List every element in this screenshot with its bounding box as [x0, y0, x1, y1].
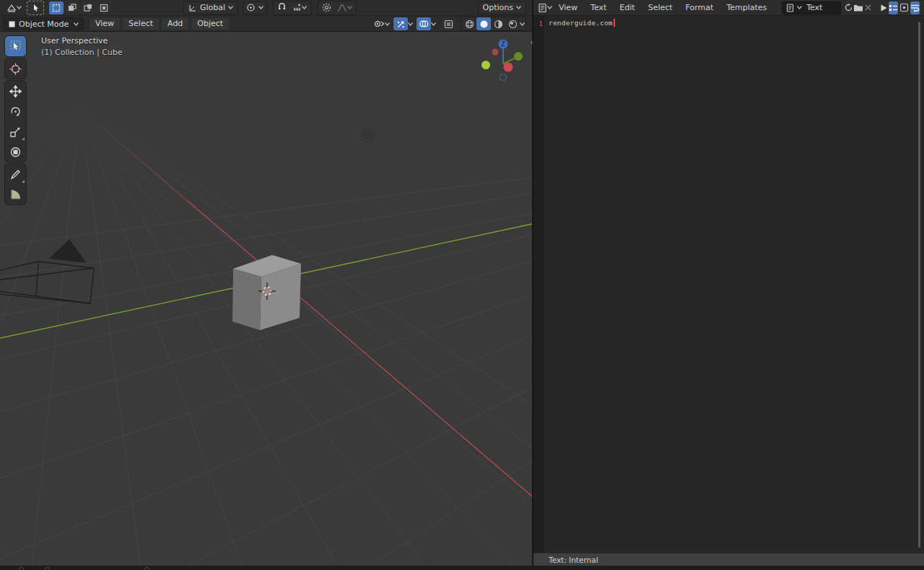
cube-object[interactable] [232, 255, 301, 330]
proportional-falloff-dropdown[interactable] [334, 1, 355, 14]
word-wrap-toggle[interactable] [910, 1, 920, 14]
line-number: 1 [533, 20, 543, 27]
tool-rotate[interactable] [5, 101, 26, 121]
material-sphere-icon [494, 20, 503, 29]
shading-solid-button[interactable] [476, 17, 491, 30]
shading-rendered-button[interactable] [505, 17, 520, 30]
show-gizmo-toggle[interactable] [393, 17, 408, 30]
mouse-hint-icon [19, 567, 24, 570]
tool-options-dropdown[interactable]: Options [478, 1, 526, 14]
proportional-edit-group [318, 1, 357, 15]
word-wrap-icon [910, 4, 920, 12]
3d-viewport-area: Z [0, 0, 532, 566]
tool-annotate[interactable] [5, 164, 26, 184]
orientation-label: Global [200, 3, 225, 12]
shading-material-button[interactable] [491, 17, 505, 30]
select-mode-set-button[interactable] [49, 1, 64, 14]
te-menu-edit[interactable]: Edit [613, 1, 641, 14]
unlink-text-button[interactable] [863, 1, 873, 14]
text-line[interactable]: renderguide.com [549, 19, 615, 27]
select-mode-subtract-button[interactable] [81, 1, 95, 14]
pivot-point-dropdown[interactable] [243, 1, 267, 14]
tool-select-box[interactable] [5, 36, 26, 56]
text-line-content: renderguide.com [549, 19, 613, 27]
view-perspective-label: User Perspective [41, 36, 123, 46]
te-menu-templates[interactable]: Templates [720, 1, 773, 14]
transform-orientation-dropdown[interactable]: Global [183, 1, 238, 14]
menu-add[interactable]: Add [162, 18, 188, 30]
snap-target-dropdown[interactable] [289, 1, 310, 14]
collection-context-label: (1) Collection | Cube [41, 48, 123, 57]
select-mode-intersect-button[interactable] [97, 1, 111, 14]
gizmo-z-label: Z [501, 41, 505, 48]
viewport-toolbar [5, 36, 26, 204]
overlays-icon [419, 20, 429, 28]
gizmo-neg-y[interactable] [481, 61, 490, 69]
line-numbers-toggle[interactable] [889, 1, 898, 14]
scale-icon [9, 126, 22, 138]
gizmo-icon [396, 20, 406, 29]
snap-toggle-button[interactable] [274, 1, 289, 14]
active-tool-button[interactable] [27, 1, 44, 15]
select-set-icon [52, 4, 61, 12]
overlays-dropdown-chevron[interactable] [431, 22, 436, 26]
mouse-hint-icon [144, 567, 149, 570]
proportional-edit-toggle[interactable] [319, 1, 334, 14]
menu-view[interactable]: View [90, 18, 120, 30]
magnet-icon [277, 3, 287, 12]
move-icon [9, 85, 22, 98]
viewport-scene[interactable]: Z [0, 32, 532, 566]
mode-dropdown[interactable]: Object Mode [3, 17, 84, 30]
tool-measure[interactable] [5, 184, 26, 204]
run-script-button[interactable] [879, 1, 888, 14]
gizmo-pos-y[interactable] [514, 52, 523, 61]
select-mode-extend-button[interactable] [65, 1, 79, 14]
open-text-button[interactable] [853, 1, 863, 14]
show-overlays-toggle[interactable] [417, 17, 431, 30]
te-menu-view[interactable]: View [552, 1, 584, 14]
shading-mode-group [461, 17, 526, 31]
tool-settings-row: Global [0, 0, 532, 16]
text-editor-header: View Text Edit Select Format Templates T… [533, 0, 924, 16]
tool-move[interactable] [5, 81, 26, 101]
play-icon [879, 4, 888, 12]
tool-scale[interactable] [5, 121, 26, 142]
text-editor-area: View Text Edit Select Format Templates T… [533, 0, 924, 566]
xray-icon [444, 20, 453, 29]
editor-type-selector[interactable] [3, 1, 25, 14]
line-numbers-icon [889, 4, 898, 12]
text-scrollbar[interactable] [918, 22, 920, 548]
select-box-tool-icon [31, 3, 40, 12]
new-text-icon [844, 3, 853, 12]
transform-icon [9, 146, 22, 158]
te-menu-format[interactable]: Format [679, 1, 720, 14]
line-number-gutter [533, 16, 544, 553]
sidebar-collapse-arrow[interactable]: ‹ [528, 38, 536, 48]
orientation-axes-icon [188, 4, 197, 12]
syntax-highlight-toggle[interactable] [899, 1, 909, 14]
shading-dropdown-chevron[interactable] [520, 22, 525, 26]
collapse-arrow-icon: ‹ [530, 38, 533, 47]
text-datablock-field[interactable]: Text [782, 1, 841, 14]
object-visibility-dropdown[interactable] [374, 20, 390, 29]
pivot-point-icon [246, 3, 256, 12]
shading-wireframe-button[interactable] [462, 17, 476, 30]
gizmo-dropdown-chevron[interactable] [408, 22, 413, 26]
open-folder-icon [853, 4, 863, 12]
te-menu-select[interactable]: Select [642, 1, 679, 14]
text-editor-type-selector[interactable] [538, 1, 552, 14]
gizmo-pos-x[interactable] [504, 63, 513, 72]
tool-transform[interactable] [5, 142, 26, 162]
xray-toggle[interactable] [441, 17, 456, 30]
rotate-icon [9, 105, 22, 118]
cursor-tool-icon [9, 63, 22, 75]
tool-cursor[interactable] [5, 59, 26, 79]
3d-viewport-editor-icon [6, 3, 17, 13]
new-text-button[interactable] [844, 1, 853, 14]
menu-object[interactable]: Object [191, 18, 229, 30]
syntax-highlight-icon [899, 3, 909, 12]
window-status-bar [0, 566, 924, 570]
te-menu-text[interactable]: Text [584, 1, 613, 14]
menu-select[interactable]: Select [123, 18, 159, 30]
gizmo-neg-x[interactable] [492, 49, 499, 56]
